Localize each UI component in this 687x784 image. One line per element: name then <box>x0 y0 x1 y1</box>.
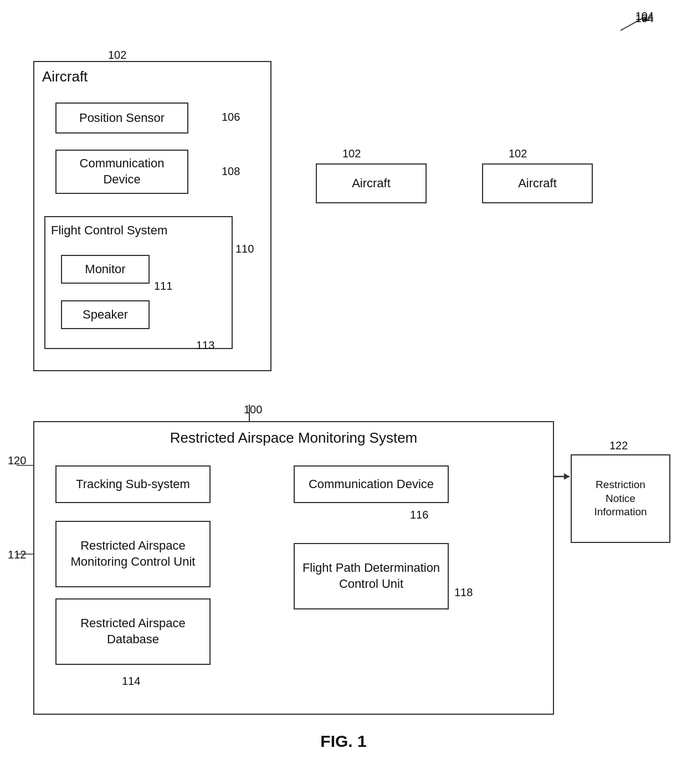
rni-label: Restriction Notice Information <box>594 478 647 519</box>
ref-110: 110 <box>235 243 254 255</box>
ref-108: 108 <box>222 165 240 178</box>
aircraft-main-label: Aircraft <box>42 68 88 86</box>
aircraft-small1-label: Aircraft <box>352 176 391 192</box>
ref-112: 112 <box>8 549 26 561</box>
rad-label: Restricted Airspace Database <box>80 616 186 647</box>
rad-box: Restricted Airspace Database <box>55 598 211 665</box>
svg-marker-14 <box>564 473 570 480</box>
figure-label: FIG. 1 <box>320 732 366 751</box>
position-sensor-label: Position Sensor <box>79 110 165 126</box>
ref-118: 118 <box>454 586 473 599</box>
ref-120: 120 <box>8 454 26 467</box>
ref-111: 111 <box>154 280 172 293</box>
monitor-box: Monitor <box>61 255 150 284</box>
ramcu-label: Restricted Airspace Monitoring Control U… <box>71 538 196 570</box>
tracking-label: Tracking Sub-system <box>76 476 190 493</box>
ref-100: 100 <box>244 403 262 416</box>
ref-102-small2: 102 <box>509 147 527 160</box>
diagram: 104 104 Aircraft 102 Position Sensor 106… <box>0 0 687 784</box>
ref-106: 106 <box>222 111 240 124</box>
monitor-label: Monitor <box>85 262 125 278</box>
position-sensor-box: Position Sensor <box>55 103 188 134</box>
ref-113: 113 <box>196 339 214 352</box>
comm-device-rams-label: Communication Device <box>309 476 434 493</box>
speaker-box: Speaker <box>61 300 150 329</box>
ref-104-label: 104 <box>635 12 654 25</box>
comm-device-aircraft-box: Communication Device <box>55 150 188 194</box>
aircraft-small2-box: Aircraft <box>482 163 593 203</box>
comm-device-rams-box: Communication Device <box>294 465 449 503</box>
ref-102-small1: 102 <box>342 147 361 160</box>
rams-label: Restricted Airspace Monitoring System <box>170 429 418 448</box>
ref-102-main: 102 <box>108 49 126 62</box>
ramcu-box: Restricted Airspace Monitoring Control U… <box>55 521 211 587</box>
rni-box: Restriction Notice Information <box>571 454 670 543</box>
speaker-label: Speaker <box>83 307 128 323</box>
ref-122: 122 <box>609 439 628 452</box>
fpdcu-label: Flight Path Determination Control Unit <box>303 560 440 592</box>
comm-device-aircraft-label: Communication Device <box>80 156 165 187</box>
ref-114: 114 <box>122 675 140 688</box>
aircraft-small2-label: Aircraft <box>518 176 557 192</box>
fcs-label: Flight Control System <box>51 223 167 239</box>
ref-116: 116 <box>410 509 428 521</box>
tracking-box: Tracking Sub-system <box>55 465 211 503</box>
aircraft-small1-box: Aircraft <box>316 163 427 203</box>
fpdcu-box: Flight Path Determination Control Unit <box>294 543 449 609</box>
